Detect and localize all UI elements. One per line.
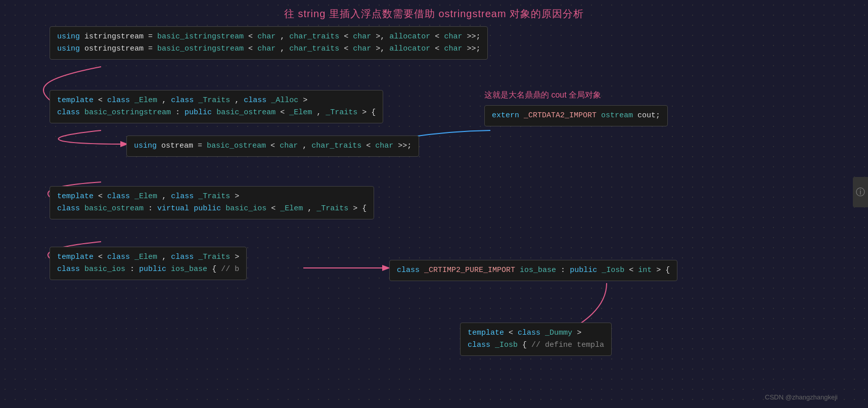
box-cout: extern _CRTDATA2_IMPORT ostream cout;	[484, 105, 668, 126]
box-istringstream: using istringstream = basic_istringstrea…	[50, 26, 488, 60]
page-title: 往 string 里插入浮点数需要借助 ostringstream 对象的原因分…	[0, 0, 868, 21]
watermark: CSDN @zhangzhangkeji	[765, 393, 838, 401]
annotation-cout: 这就是大名鼎鼎的 cout 全局对象	[484, 90, 601, 101]
code-line: template < class _Elem , class _Traits ,…	[57, 95, 376, 107]
code-line: class _Iosb { // define templa	[468, 339, 604, 351]
info-button[interactable]: ⓘ	[853, 177, 868, 207]
code-line: class basic_ios : public ios_base { // b	[57, 263, 239, 276]
code-line: class _CRTIMP2_PURE_IMPORT ios_base : pu…	[397, 264, 670, 277]
code-line: template < class _Elem , class _Traits >	[57, 191, 367, 203]
code-line: using ostringstream = basic_ostringstrea…	[57, 43, 480, 55]
code-line: class basic_ostringstream : public basic…	[57, 107, 376, 119]
code-line: using istringstream = basic_istringstrea…	[57, 31, 480, 43]
box-ostream-typedef: using ostream = basic_ostream < char , c…	[126, 135, 419, 157]
box-basic-ostream: template < class _Elem , class _Traits >…	[50, 186, 374, 219]
code-line: using ostream = basic_ostream < char , c…	[134, 140, 412, 152]
info-icon: ⓘ	[856, 186, 865, 198]
code-line: template < class _Dummy >	[468, 327, 604, 339]
box-ios-base: class _CRTIMP2_PURE_IMPORT ios_base : pu…	[389, 260, 677, 281]
box-basic-ios: template < class _Elem , class _Traits >…	[50, 247, 247, 280]
code-line: extern _CRTDATA2_IMPORT ostream cout;	[492, 110, 660, 122]
box-basic-ostringstream: template < class _Elem , class _Traits ,…	[50, 90, 383, 123]
code-line: class basic_ostream : virtual public bas…	[57, 203, 367, 215]
code-line: template < class _Elem , class _Traits >	[57, 251, 239, 263]
box-iosb: template < class _Dummy > class _Iosb { …	[460, 323, 612, 356]
